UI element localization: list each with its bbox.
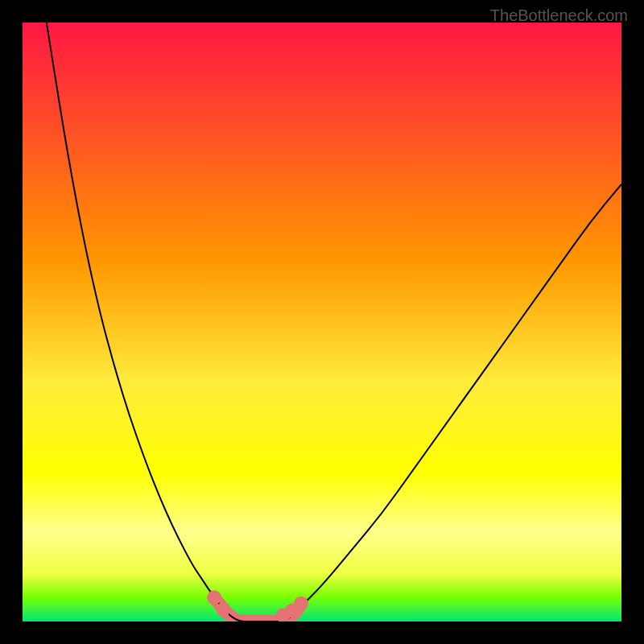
svg-point-1	[207, 590, 221, 605]
bottleneck-curve	[47, 23, 621, 621]
watermark-text: TheBottleneck.com	[490, 6, 628, 25]
chart-container	[23, 23, 621, 621]
svg-point-5	[294, 597, 308, 611]
svg-point-2	[216, 602, 230, 617]
curve-overlay	[23, 23, 621, 621]
